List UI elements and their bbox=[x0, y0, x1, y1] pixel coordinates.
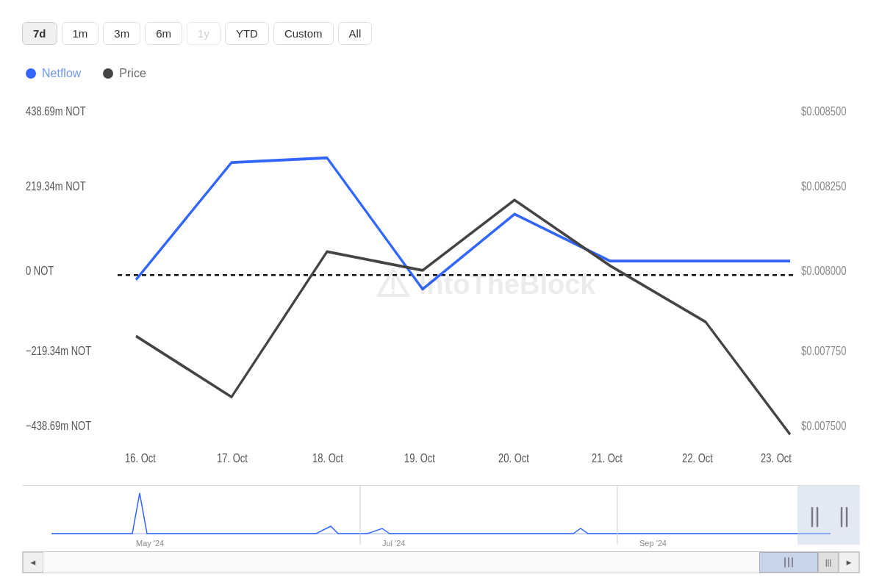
time-btn-7d[interactable]: 7d bbox=[22, 22, 57, 45]
legend: Netflow Price bbox=[22, 67, 860, 80]
x-label-7: 22. Oct bbox=[682, 452, 714, 465]
mini-selection bbox=[797, 486, 860, 545]
x-label-6: 21. Oct bbox=[592, 452, 623, 465]
y-label-neg1-left: −219.34m NOT bbox=[26, 344, 91, 357]
handle-bar-2 bbox=[788, 557, 789, 567]
y-label-0-right: $0.008000 bbox=[801, 265, 846, 278]
y-label-top-left: 438.69m NOT bbox=[26, 105, 86, 118]
netflow-dot bbox=[26, 68, 36, 79]
x-label-5: 20. Oct bbox=[498, 452, 530, 465]
scroll-right-button[interactable]: ► bbox=[839, 552, 859, 573]
netflow-line bbox=[136, 158, 790, 290]
main-container: 7d1m3m6m1yYTDCustomAll Netflow Price Int… bbox=[0, 0, 882, 588]
handle-bar-1 bbox=[784, 557, 786, 567]
y-label-bot-left: −438.69m NOT bbox=[26, 419, 91, 432]
y-label-0-left: 0 NOT bbox=[26, 265, 54, 278]
price-dot bbox=[103, 68, 113, 79]
time-btn-ytd[interactable]: YTD bbox=[225, 22, 269, 45]
price-label: Price bbox=[119, 67, 146, 80]
y-label-top-right: $0.008500 bbox=[801, 105, 846, 118]
time-btn-6m[interactable]: 6m bbox=[145, 22, 182, 45]
y-label-bot-right: $0.007500 bbox=[801, 419, 846, 432]
handle-bar-3 bbox=[792, 557, 793, 567]
y-label-2-right: $0.008250 bbox=[801, 180, 846, 193]
mini-x-label-3: Sep '24 bbox=[639, 539, 667, 548]
price-line bbox=[136, 200, 790, 434]
scroll-resize-button[interactable]: ||| bbox=[818, 552, 839, 573]
main-chart-area: IntoTheBlock 438.69m NOT 219.34m NOT 0 N… bbox=[22, 87, 860, 481]
mini-chart-svg: May '24 Jul '24 Sep '24 bbox=[22, 486, 860, 548]
time-btn-1y: 1y bbox=[187, 22, 220, 45]
legend-netflow: Netflow bbox=[26, 67, 81, 80]
legend-price: Price bbox=[103, 67, 146, 80]
x-label-1: 16. Oct bbox=[125, 452, 157, 465]
scroll-left-button[interactable]: ◄ bbox=[23, 552, 43, 573]
scroll-thumb[interactable] bbox=[759, 552, 818, 573]
scroll-thumb-handle bbox=[784, 557, 793, 567]
x-label-2: 17. Oct bbox=[217, 452, 248, 465]
x-label-4: 19. Oct bbox=[404, 452, 436, 465]
x-label-8: 23. Oct bbox=[761, 452, 792, 465]
y-label-2-left: 219.34m NOT bbox=[26, 180, 86, 193]
main-chart-svg: 438.69m NOT 219.34m NOT 0 NOT −219.34m N… bbox=[22, 87, 860, 481]
time-btn-1m[interactable]: 1m bbox=[62, 22, 99, 45]
y-label-neg1-right: $0.007750 bbox=[801, 344, 846, 357]
scroll-track bbox=[43, 552, 818, 573]
time-range-bar: 7d1m3m6m1yYTDCustomAll bbox=[22, 15, 860, 52]
mini-x-label-1: May '24 bbox=[136, 539, 164, 548]
time-btn-3m[interactable]: 3m bbox=[103, 22, 140, 45]
time-btn-all[interactable]: All bbox=[338, 22, 373, 45]
scrollbar-area: ◄ ||| ► bbox=[22, 551, 860, 573]
mini-x-label-2: Jul '24 bbox=[382, 539, 405, 548]
mini-netflow-line bbox=[51, 493, 831, 534]
x-label-3: 18. Oct bbox=[312, 452, 344, 465]
time-btn-custom[interactable]: Custom bbox=[273, 22, 334, 45]
mini-chart-container: May '24 Jul '24 Sep '24 ◄ bbox=[22, 485, 860, 573]
netflow-label: Netflow bbox=[42, 67, 81, 80]
chart-wrapper: IntoTheBlock 438.69m NOT 219.34m NOT 0 N… bbox=[22, 87, 860, 573]
